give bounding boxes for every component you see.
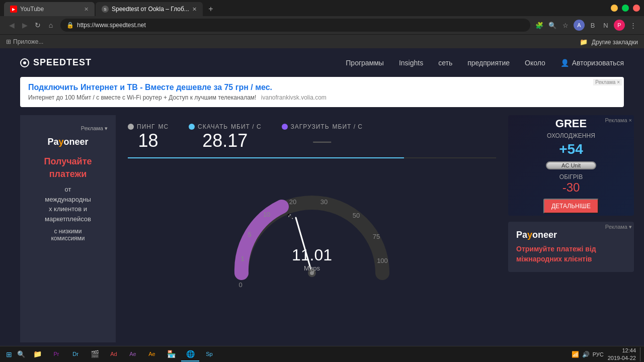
payoneer-right-ad: Реклама ▾ Payoneer Отримуйте платежі від… <box>508 222 634 272</box>
home-button[interactable]: ⌂ <box>45 20 56 31</box>
extension2-icon[interactable]: N <box>601 20 611 30</box>
download-value: 28.17 <box>202 130 248 151</box>
svg-text:100: 100 <box>377 257 388 264</box>
upload-label: ЗАГРУЗИТЬ <box>291 123 330 130</box>
gree-details-button[interactable]: ДЕТАЛЬНІШЕ <box>543 199 599 214</box>
bookmarks-bar: ⊞ Приложе... 📁 Другие закладки <box>0 34 644 48</box>
payoneer-right-logo: Payoneer <box>516 230 626 240</box>
tab-close-youtube[interactable]: ✕ <box>84 6 89 13</box>
clock-time: 12:44 <box>608 347 636 354</box>
nav-network[interactable]: сеть <box>438 59 452 67</box>
tag2: комиссиями <box>51 235 85 242</box>
progress-fill <box>128 157 404 158</box>
browser-window: ▶ YouTube ✕ S Speedtest от Ookla – Глоб.… <box>0 0 644 48</box>
network-icon[interactable]: 📶 <box>572 351 579 358</box>
start-button[interactable]: ⊞ <box>2 347 16 361</box>
maximize-button[interactable]: □ <box>622 5 629 12</box>
left-ad-panel: Реклама ▾ Payoneer Получайте платежи от … <box>20 115 116 342</box>
forward-button[interactable]: ▶ <box>19 20 30 31</box>
menu-icon[interactable]: ⋮ <box>628 20 638 30</box>
volume-icon[interactable]: 🔊 <box>582 351 590 358</box>
extension1-icon[interactable]: B <box>588 20 598 30</box>
logo-text: SPEEDTEST <box>33 57 92 68</box>
nav-menu: Программы Insights сеть предприятие Окол… <box>346 59 624 67</box>
nav-login[interactable]: 👤 Авторизоваться <box>560 59 624 67</box>
gree-ad-close[interactable]: Реклама × <box>605 117 632 123</box>
other-bookmarks-label: Другие закладки <box>592 39 638 46</box>
gree-ad: Реклама × GREE ОХОЛОДЖЕННЯ +54 AC Unit О… <box>508 115 634 216</box>
payoneer-logo-left: Payoneer <box>28 136 108 147</box>
search-icon[interactable]: 🔍 <box>547 20 557 30</box>
star-icon[interactable]: ☆ <box>560 20 571 30</box>
nav-about[interactable]: Около <box>525 59 545 67</box>
minimize-button[interactable]: ─ <box>611 5 618 12</box>
svg-text:20: 20 <box>289 198 296 206</box>
payoneer-tag: с низкими комиссиями <box>28 228 108 242</box>
speedtest-logo: SPEEDTEST <box>20 57 92 68</box>
ad-url: ivanofrankivsk.volia.com <box>261 94 327 101</box>
svg-text:30: 30 <box>320 198 328 206</box>
url-field[interactable]: 🔒 https://www.speedtest.net <box>60 19 530 32</box>
nav-insights[interactable]: Insights <box>399 59 423 67</box>
ping-label: ПИНГ <box>137 123 155 130</box>
taskbar-ae[interactable]: Ae <box>124 347 142 361</box>
ping-label-row: ПИНГ мс <box>128 123 169 130</box>
svg-text:Mbps: Mbps <box>304 264 320 272</box>
taskbar-speedtest-app[interactable]: Sp <box>200 347 218 361</box>
taskbar-dropbox[interactable]: Dr <box>66 347 85 361</box>
ping-icon <box>128 124 134 130</box>
taskbar-video[interactable]: 🎬 <box>86 347 104 361</box>
ping-unit: мс <box>158 123 169 130</box>
tab-close-speedtest[interactable]: ✕ <box>192 6 197 13</box>
taskbar-ae2[interactable]: Ae <box>143 347 161 361</box>
taskbar-premiere[interactable]: Pr <box>47 347 65 361</box>
left-ad-label[interactable]: Реклама ▾ <box>28 125 108 132</box>
upload-label-row: ЗАГРУЗИТЬ Мбит / с <box>282 123 363 130</box>
taskbar-store[interactable]: 🏪 <box>162 347 180 361</box>
tab-label-speedtest: Speedtest от Ookla – Глоб... <box>112 6 189 13</box>
cta-line2: платежи <box>49 169 87 179</box>
back-button[interactable]: ◀ <box>6 20 17 31</box>
cta-line1: Получайте <box>44 156 92 166</box>
main-row: Реклама ▾ Payoneer Получайте платежи от … <box>0 115 644 342</box>
taskbar-chrome[interactable]: 🌐 <box>181 347 199 361</box>
close-button[interactable]: ✕ <box>633 5 640 12</box>
nav-apps[interactable]: Программы <box>346 59 384 67</box>
apps-button[interactable]: ⊞ Приложе... <box>6 38 43 45</box>
payoneer-right-cta: Отримуйте платежі від міжнародних клієнт… <box>516 244 626 264</box>
other-bookmarks-button[interactable]: 📁 Другие закладки <box>580 37 638 46</box>
clock-date: 2019-04-22 <box>608 354 636 361</box>
ping-value: 18 <box>138 130 158 151</box>
extensions-icon[interactable]: 🧩 <box>534 20 544 30</box>
account-icon[interactable]: A <box>574 20 585 31</box>
ad-subtitle: Интернет до 100 Мбит / с вместе с Wi-Fi … <box>28 94 616 101</box>
gree-tagline: ОХОЛОДЖЕННЯ <box>547 132 595 139</box>
right-ads-panel: Реклама × GREE ОХОЛОДЖЕННЯ +54 AC Unit О… <box>508 115 634 342</box>
profile-icon[interactable]: P <box>614 20 625 31</box>
taskbar-icons: 📁 Pr Dr 🎬 Ad Ae Ae 🏪 🌐 Sp <box>28 347 218 361</box>
taskbar-adobe[interactable]: Ad <box>105 347 123 361</box>
show-desktop-button[interactable] <box>640 347 642 361</box>
ad-subtitle-text: Интернет до 100 Мбит / с вместе с Wi-Fi … <box>28 94 256 101</box>
tab-youtube[interactable]: ▶ YouTube ✕ <box>4 2 95 16</box>
ad-banner: Реклама × Подключить Интернет и ТВ - Вме… <box>20 77 624 107</box>
apps-icon: ⊞ <box>6 38 11 45</box>
tab-icon-speedtest: S <box>102 6 109 13</box>
taskbar-right: 📶 🔊 РУС 12:44 2019-04-22 <box>572 347 642 361</box>
new-tab-button[interactable]: + <box>204 2 218 16</box>
ad-title: Подключить Интернет и ТВ - Вместе дешевл… <box>28 83 616 92</box>
payoneer-right-ad-close[interactable]: Реклама ▾ <box>605 224 632 230</box>
folder-icon: 📁 <box>580 38 588 46</box>
lock-icon: 🔒 <box>66 22 74 29</box>
nav-enterprise[interactable]: предприятие <box>467 59 510 67</box>
user-icon: 👤 <box>560 59 569 67</box>
taskbar-search-button[interactable]: 🔍 <box>16 349 26 359</box>
lang-label[interactable]: РУС <box>593 351 604 357</box>
upload-value: — <box>313 130 331 151</box>
reload-button[interactable]: ↻ <box>32 20 43 31</box>
window-controls: ─ □ ✕ <box>611 5 640 12</box>
taskbar-file-explorer[interactable]: 📁 <box>28 347 46 361</box>
tab-speedtest[interactable]: S Speedtest от Ookla – Глоб... ✕ <box>96 2 203 16</box>
ad-close-label[interactable]: Реклама × <box>593 79 622 85</box>
login-label: Авторизоваться <box>572 59 624 67</box>
